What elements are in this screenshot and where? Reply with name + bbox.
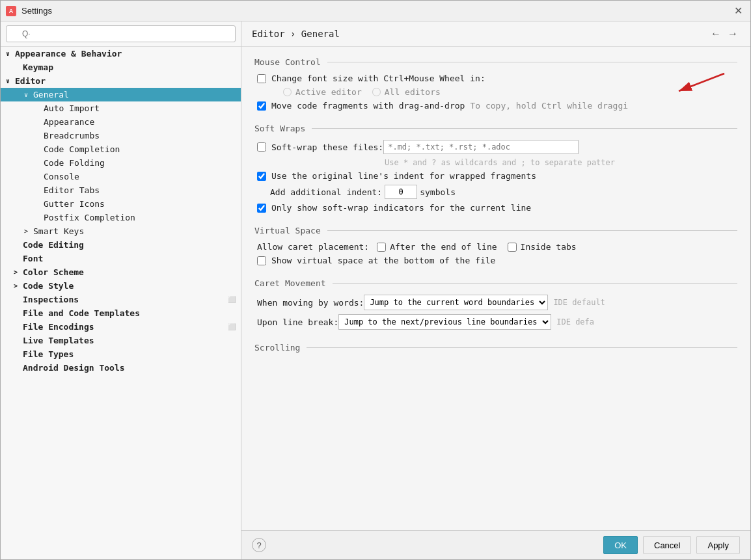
sidebar-item-file-code-templates[interactable]: File and Code Templates [1, 306, 241, 320]
show-virtual-row: Show virtual space at the bottom of the … [254, 256, 737, 265]
sidebar-item-editor-tabs[interactable]: Editor Tabs [1, 183, 241, 197]
back-button[interactable]: ← [709, 27, 723, 41]
show-indicators-checkbox[interactable] [257, 204, 266, 213]
show-virtual-checkbox[interactable] [257, 256, 266, 265]
help-button[interactable]: ? [252, 538, 266, 552]
settings-window: A Settings ✕ 🔍 ∨ Appearance & Behavior [0, 0, 751, 560]
sidebar-item-breadcrumbs[interactable]: Breadcrumbs [1, 129, 241, 142]
caret-icon: > [14, 269, 20, 276]
search-input[interactable] [6, 25, 236, 42]
sidebar-item-label: General [33, 90, 69, 100]
upon-line-select[interactable]: Jump to the next/previous line boundarie… [338, 314, 551, 330]
sidebar-item-smart-keys[interactable]: > Smart Keys [1, 224, 241, 238]
nav-buttons: ← → [709, 27, 740, 41]
soft-wrap-files-input[interactable] [383, 140, 579, 154]
active-editor-radio-label[interactable]: Active editor [283, 87, 362, 97]
add-indent-input[interactable] [385, 185, 417, 199]
change-font-row: Change font size with Ctrl+Mouse Wheel i… [254, 73, 737, 83]
when-moving-hint: IDE default [553, 298, 605, 307]
sidebar-tree: ∨ Appearance & Behavior Keymap ∨ Editor … [1, 47, 241, 559]
show-indicators-row: Only show soft-wrap indicators for the c… [254, 203, 737, 213]
main-content: 🔍 ∨ Appearance & Behavior Keymap ∨ [1, 21, 750, 559]
sidebar-item-appearance[interactable]: Appearance [1, 115, 241, 129]
title-bar: A Settings ✕ [1, 1, 750, 21]
after-end-label[interactable]: After the end of line [377, 242, 497, 252]
change-font-checkbox[interactable] [257, 74, 266, 83]
add-indent-row: Add additional indent: symbols [254, 185, 737, 199]
sidebar-item-label: Auto Import [44, 103, 100, 113]
sidebar-item-label: Code Folding [44, 158, 105, 168]
wildcard-hint: Use * and ? as wildcards and ; to separa… [254, 158, 737, 167]
sidebar-item-code-folding[interactable]: Code Folding [1, 156, 241, 170]
close-button[interactable]: ✕ [731, 2, 745, 20]
use-indent-row: Use the original line's indent for wrapp… [254, 171, 737, 181]
radio-group: Active editor All editors [254, 87, 737, 97]
apply-button[interactable]: Apply [696, 536, 740, 554]
sidebar-item-label: Console [44, 172, 79, 181]
show-indicators-label: Only show soft-wrap indicators for the c… [271, 203, 531, 213]
change-font-label: Change font size with Ctrl+Mouse Wheel i… [271, 73, 485, 83]
move-code-row: Move code fragments with drag-and-drop T… [254, 101, 737, 111]
sidebar-item-postfix-completion[interactable]: Postfix Completion [1, 211, 241, 224]
mouse-control-title: Mouse Control [254, 57, 737, 67]
sidebar: 🔍 ∨ Appearance & Behavior Keymap ∨ [1, 21, 241, 559]
inside-tabs-checkbox[interactable] [508, 243, 517, 252]
sidebar-item-general[interactable]: ∨ General [1, 88, 241, 101]
file-encodings-indicator: ⬜ [228, 323, 236, 330]
sidebar-item-gutter-icons[interactable]: Gutter Icons [1, 197, 241, 211]
soft-wrap-label: Soft-wrap these files: [271, 142, 383, 152]
inside-tabs-label[interactable]: Inside tabs [508, 242, 577, 252]
sidebar-item-label: Gutter Icons [44, 199, 105, 209]
sidebar-item-android-design-tools[interactable]: Android Design Tools [1, 361, 241, 375]
when-moving-row: When moving by words: Jump to the curren… [254, 295, 737, 310]
forward-button[interactable]: → [726, 27, 740, 41]
caret-icon: > [24, 228, 31, 235]
ok-button[interactable]: OK [603, 536, 638, 554]
sidebar-item-code-editing[interactable]: Code Editing [1, 238, 241, 252]
when-moving-select[interactable]: Jump to the current word boundaries [364, 295, 548, 310]
sidebar-item-auto-import[interactable]: Auto Import [1, 101, 241, 115]
sidebar-item-keymap[interactable]: Keymap [1, 60, 241, 74]
sidebar-item-label: Code Editing [23, 240, 84, 250]
virtual-space-title: Virtual Space [254, 226, 737, 235]
sidebar-item-editor[interactable]: ∨ Editor [1, 74, 241, 88]
sidebar-item-file-types[interactable]: File Types [1, 347, 241, 361]
upon-line-label: Upon line break: [257, 317, 338, 327]
sidebar-item-label: Android Design Tools [23, 363, 125, 373]
sidebar-item-font[interactable]: Font [1, 252, 241, 265]
all-editors-radio-label[interactable]: All editors [372, 87, 441, 97]
sidebar-item-label: Code Style [23, 281, 74, 291]
after-end-checkbox[interactable] [377, 243, 386, 252]
active-editor-radio[interactable] [283, 88, 292, 96]
move-code-checkbox[interactable] [257, 101, 266, 111]
inspections-indicator: ⬜ [228, 296, 236, 303]
caret-movement-title: Caret Movement [254, 278, 737, 288]
soft-wraps-section: Soft Wraps Soft-wrap these files: Use * … [254, 124, 737, 213]
add-indent-label: Add additional indent: [270, 187, 382, 197]
use-indent-label: Use the original line's indent for wrapp… [271, 171, 536, 181]
use-indent-checkbox[interactable] [257, 172, 266, 181]
sidebar-item-file-encodings[interactable]: File Encodings ⬜ [1, 320, 241, 334]
all-editors-radio[interactable] [372, 88, 381, 96]
sidebar-item-code-completion[interactable]: Code Completion [1, 142, 241, 156]
sidebar-item-inspections[interactable]: Inspections ⬜ [1, 293, 241, 306]
cancel-button[interactable]: Cancel [643, 536, 691, 554]
upon-line-hint: IDE defa [556, 317, 594, 327]
sidebar-item-color-scheme[interactable]: > Color Scheme [1, 265, 241, 279]
window-title: Settings [21, 6, 731, 16]
sidebar-item-live-templates[interactable]: Live Templates [1, 334, 241, 347]
search-box-wrap: 🔍 [1, 21, 241, 47]
soft-wrap-checkbox[interactable] [257, 142, 266, 152]
sidebar-item-label: Appearance & Behavior [15, 49, 122, 59]
change-font-row-wrap: Change font size with Ctrl+Mouse Wheel i… [254, 73, 737, 83]
sidebar-item-label: Editor [15, 76, 46, 86]
show-virtual-label: Show virtual space at the bottom of the … [271, 256, 495, 265]
sidebar-item-appearance-behavior[interactable]: ∨ Appearance & Behavior [1, 47, 241, 60]
sidebar-item-label: Code Completion [44, 144, 120, 154]
sidebar-item-code-style[interactable]: > Code Style [1, 279, 241, 293]
breadcrumb-bar: Editor › General ← → [241, 21, 750, 47]
settings-content: Mouse Control Change font size with Ctrl… [241, 47, 750, 530]
move-code-label: Move code fragments with drag-and-drop [271, 101, 465, 111]
sidebar-item-console[interactable]: Console [1, 170, 241, 183]
bottom-bar: ? OK Cancel Apply [241, 530, 750, 559]
